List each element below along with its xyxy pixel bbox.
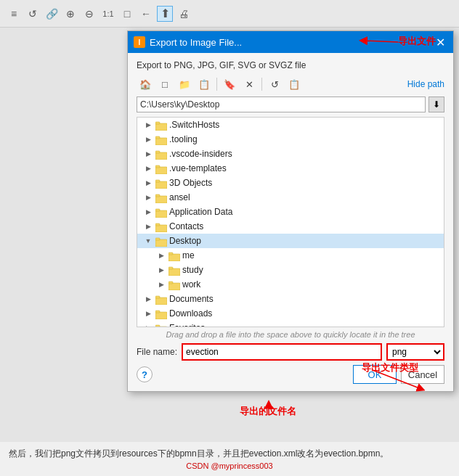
svg-rect-5 <box>155 136 160 139</box>
tree-item[interactable]: ▶.SwitchHosts <box>137 118 444 132</box>
ftb-home-button[interactable]: 🏠 <box>137 76 154 92</box>
ftb-network-button[interactable]: 📋 <box>285 76 303 92</box>
folder-icon <box>155 323 167 327</box>
svg-rect-40 <box>155 312 167 319</box>
help-button[interactable]: ? <box>137 366 153 382</box>
svg-rect-22 <box>155 225 167 232</box>
svg-rect-4 <box>155 138 167 145</box>
folder-icon <box>155 149 167 159</box>
svg-rect-32 <box>168 267 173 269</box>
svg-rect-35 <box>168 282 173 284</box>
tree-toggle-icon[interactable]: ▶ <box>143 192 153 202</box>
drag-hint: Drag and drop a file into the space abov… <box>137 330 444 339</box>
tree-toggle-icon[interactable]: ▶ <box>143 308 153 319</box>
svg-rect-31 <box>168 268 180 276</box>
tree-item[interactable]: ▶.vue-templates <box>137 161 444 176</box>
format-select[interactable]: png jpg gif svg svgz <box>386 343 444 361</box>
tree-item[interactable]: ▶.vscode-insiders <box>137 147 444 161</box>
tree-item-label: Downloads <box>169 308 212 319</box>
tree-item[interactable]: ▶work <box>137 277 444 292</box>
path-download-button[interactable]: ⬇ <box>428 97 444 112</box>
folder-icon <box>155 192 167 202</box>
tree-toggle-icon[interactable]: ▶ <box>156 265 166 275</box>
tree-toggle-icon[interactable]: ▶ <box>143 178 153 188</box>
svg-rect-43 <box>155 327 167 327</box>
filename-label: File name: <box>137 347 177 357</box>
tree-toggle-icon[interactable]: ▶ <box>143 323 153 327</box>
svg-rect-25 <box>155 239 167 247</box>
toolbar-icon-11[interactable]: 1:1 <box>100 6 116 22</box>
ftb-delete-button[interactable]: ✕ <box>240 76 258 92</box>
tree-toggle-icon[interactable]: ▶ <box>143 120 153 130</box>
folder-icon <box>155 120 167 130</box>
tree-item[interactable]: ▶Application Data <box>137 205 444 219</box>
tree-toggle-icon[interactable]: ▼ <box>143 236 153 246</box>
svg-rect-34 <box>168 283 180 290</box>
ftb-folder-button[interactable]: 📁 <box>176 76 193 92</box>
tree-toggle-icon[interactable]: ▶ <box>156 279 166 290</box>
dialog-body: Export to PNG, JPG, GIF, SVG or SVGZ fil… <box>128 53 453 391</box>
folder-icon <box>155 163 167 173</box>
ok-button[interactable]: OK <box>353 365 397 384</box>
svg-rect-10 <box>155 167 167 174</box>
tree-item-label: .tooling <box>169 134 198 144</box>
svg-rect-14 <box>155 180 160 182</box>
export-dialog: I Export to Image File... ✕ Export to PN… <box>127 30 454 392</box>
tree-toggle-icon[interactable]: ▶ <box>143 294 153 304</box>
tree-toggle-icon[interactable]: ▶ <box>156 250 166 260</box>
tree-item[interactable]: ▶study <box>137 263 444 277</box>
dialog-title: Export to Image File... <box>150 37 242 48</box>
filename-input[interactable] <box>182 343 382 361</box>
tree-item[interactable]: ▶3D Objects <box>137 176 444 190</box>
toolbar-icon-fit[interactable]: □ <box>119 6 135 22</box>
toolbar-icon-zoom-out[interactable]: ⊖ <box>81 6 97 22</box>
toolbar-icon-2[interactable]: ↺ <box>25 6 41 22</box>
tree-item-label: study <box>182 265 203 275</box>
dialog-title-left: I Export to Image File... <box>134 36 242 48</box>
tree-toggle-icon[interactable]: ▶ <box>143 207 153 217</box>
svg-rect-1 <box>155 123 167 131</box>
svg-rect-44 <box>155 325 160 327</box>
dialog-close-button[interactable]: ✕ <box>433 35 447 49</box>
tree-item[interactable]: ▶Documents <box>137 292 444 306</box>
ftb-bookmarks-button[interactable]: 🔖 <box>221 76 238 92</box>
tree-item[interactable]: ▶ansel <box>137 190 444 205</box>
svg-rect-28 <box>168 254 180 261</box>
tree-item[interactable]: ▼Desktop <box>137 234 444 248</box>
path-bar: ⬇ <box>137 97 444 112</box>
path-input[interactable] <box>137 97 426 112</box>
bottom-text-area: 然后，我们把png文件拷贝到resources下的bpmn目录，并且把evect… <box>0 442 459 476</box>
action-row: ? OK Cancel <box>137 365 444 384</box>
tree-item[interactable]: ▶.tooling <box>137 132 444 147</box>
ftb-new-folder-button[interactable]: □ <box>156 76 174 92</box>
tree-item-label: 3D Objects <box>169 178 212 188</box>
folder-icon <box>155 178 167 188</box>
ftb-copy-button[interactable]: 📋 <box>195 76 213 92</box>
tree-toggle-icon[interactable]: ▶ <box>143 221 153 231</box>
tree-item[interactable]: ▶me <box>137 248 444 263</box>
toolbar-icon-zoom-in[interactable]: ⊕ <box>62 6 78 22</box>
tree-toggle-icon[interactable]: ▶ <box>143 163 153 173</box>
cancel-button[interactable]: Cancel <box>401 365 444 384</box>
dialog-subtitle: Export to PNG, JPG, GIF, SVG or SVGZ fil… <box>137 60 444 70</box>
toolbar-icon-export[interactable]: ⬆ <box>157 6 173 22</box>
filename-row: File name: png jpg gif svg svgz <box>137 343 444 361</box>
tree-item[interactable]: ▶Downloads <box>137 306 444 321</box>
svg-rect-2 <box>155 122 160 124</box>
ftb-refresh-button[interactable]: ↺ <box>266 76 283 92</box>
tree-item-label: work <box>182 279 200 290</box>
tree-item-label: me <box>182 250 195 260</box>
tree-item[interactable]: ▶Favorites <box>137 321 444 327</box>
toolbar-icon-link[interactable]: 🔗 <box>44 6 60 22</box>
tree-toggle-icon[interactable]: ▶ <box>143 134 153 144</box>
file-tree[interactable]: ▶.SwitchHosts▶.tooling▶.vscode-insiders▶… <box>137 117 444 327</box>
toolbar-icon-print[interactable]: 🖨 <box>176 6 192 22</box>
hide-path-button[interactable]: Hide path <box>407 79 444 89</box>
toolbar-icon-back[interactable]: ← <box>138 6 154 22</box>
tree-item[interactable]: ▶Contacts <box>137 219 444 234</box>
tree-toggle-icon[interactable]: ▶ <box>143 149 153 159</box>
bottom-bar: File name: png jpg gif svg svgz ? OK Can… <box>137 343 444 384</box>
tree-item-label: ansel <box>169 192 190 202</box>
tree-item-label: .SwitchHosts <box>169 120 219 130</box>
toolbar-icon-1[interactable]: ≡ <box>6 6 22 22</box>
